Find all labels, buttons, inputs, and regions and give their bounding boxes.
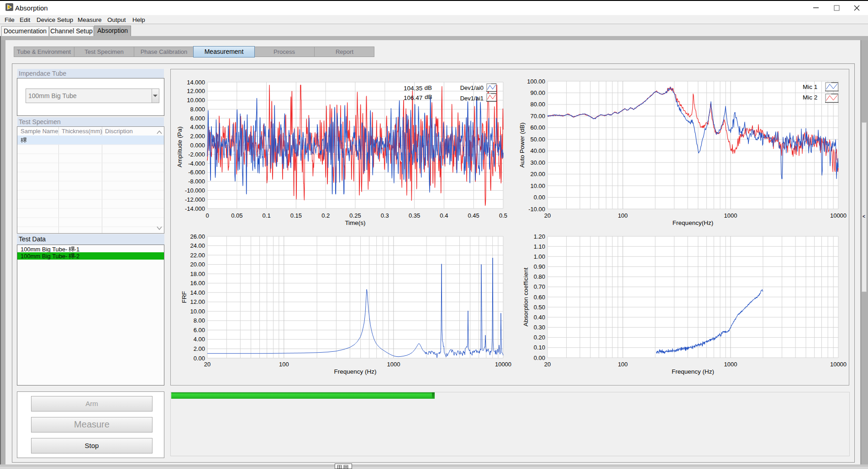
svg-text:104.35: 104.35 bbox=[404, 85, 422, 92]
svg-text:100: 100 bbox=[618, 212, 628, 219]
svg-text:1.10: 1.10 bbox=[534, 243, 545, 250]
svg-text:0.00: 0.00 bbox=[534, 194, 545, 201]
svg-text:20: 20 bbox=[544, 212, 551, 219]
svg-text:6.00: 6.00 bbox=[194, 327, 205, 334]
svg-text:-6.000: -6.000 bbox=[188, 169, 205, 176]
svg-text:24.00: 24.00 bbox=[190, 242, 205, 249]
svg-text:-12.000: -12.000 bbox=[185, 196, 205, 203]
svg-text:26.00: 26.00 bbox=[190, 233, 205, 240]
svg-text:8.00: 8.00 bbox=[194, 317, 205, 324]
svg-text:Frequency (Hz): Frequency (Hz) bbox=[672, 368, 714, 375]
svg-text:-2.000: -2.000 bbox=[188, 151, 205, 158]
svg-text:6.000: 6.000 bbox=[190, 115, 205, 122]
svg-text:10000: 10000 bbox=[830, 212, 847, 219]
svg-text:Dev1/ai1: Dev1/ai1 bbox=[460, 95, 484, 102]
svg-text:1.00: 1.00 bbox=[534, 253, 545, 260]
svg-text:Mic 1: Mic 1 bbox=[803, 83, 817, 90]
svg-text:10000: 10000 bbox=[830, 361, 847, 368]
svg-text:-8.000: -8.000 bbox=[188, 178, 205, 185]
svg-text:Auto Power (dB): Auto Power (dB) bbox=[519, 122, 526, 167]
svg-text:0.80: 0.80 bbox=[534, 273, 545, 280]
svg-text:0.3: 0.3 bbox=[381, 212, 389, 219]
svg-text:10.00: 10.00 bbox=[530, 182, 545, 189]
svg-text:0.2: 0.2 bbox=[321, 212, 330, 219]
svg-text:0: 0 bbox=[205, 212, 209, 219]
svg-text:-10.000: -10.000 bbox=[185, 187, 205, 194]
svg-text:14.00: 14.00 bbox=[190, 289, 205, 296]
svg-text:16.00: 16.00 bbox=[190, 280, 205, 287]
svg-text:10.000: 10.000 bbox=[187, 97, 205, 104]
svg-text:10000: 10000 bbox=[495, 361, 511, 368]
svg-text:30.00: 30.00 bbox=[530, 159, 545, 166]
svg-text:40.00: 40.00 bbox=[530, 147, 545, 154]
svg-text:0.20: 0.20 bbox=[534, 334, 545, 341]
svg-text:0.1: 0.1 bbox=[263, 212, 271, 219]
svg-text:10.00: 10.00 bbox=[190, 308, 205, 315]
svg-text:1000: 1000 bbox=[724, 212, 737, 219]
svg-text:80.00: 80.00 bbox=[530, 101, 545, 108]
svg-text:18.00: 18.00 bbox=[190, 271, 205, 277]
svg-text:0.35: 0.35 bbox=[409, 212, 420, 219]
svg-text:Amplitude (Pa): Amplitude (Pa) bbox=[176, 126, 183, 167]
svg-text:0.10: 0.10 bbox=[534, 344, 545, 351]
svg-text:1000: 1000 bbox=[387, 361, 400, 368]
svg-text:-10.00: -10.00 bbox=[528, 206, 545, 213]
svg-text:-4.000: -4.000 bbox=[188, 160, 205, 167]
svg-text:Frequency (Hz): Frequency (Hz) bbox=[334, 368, 376, 375]
svg-text:0.5: 0.5 bbox=[499, 212, 507, 219]
svg-text:0.60: 0.60 bbox=[534, 294, 545, 301]
svg-text:12.000: 12.000 bbox=[187, 88, 205, 94]
svg-text:20.00: 20.00 bbox=[190, 261, 205, 268]
svg-text:0.4: 0.4 bbox=[440, 212, 448, 219]
svg-text:100: 100 bbox=[618, 361, 628, 368]
svg-text:70.00: 70.00 bbox=[530, 113, 545, 120]
svg-text:0.00: 0.00 bbox=[194, 355, 205, 362]
svg-text:1.20: 1.20 bbox=[534, 233, 545, 240]
svg-text:90.00: 90.00 bbox=[530, 89, 545, 96]
svg-text:-14.000: -14.000 bbox=[185, 205, 205, 212]
svg-text:1000: 1000 bbox=[724, 361, 737, 368]
svg-text:20: 20 bbox=[544, 361, 551, 368]
svg-text:dB: dB bbox=[425, 94, 432, 100]
svg-text:12.00: 12.00 bbox=[190, 298, 205, 305]
svg-text:8.000: 8.000 bbox=[190, 106, 205, 113]
svg-text:14.000: 14.000 bbox=[187, 79, 205, 86]
svg-text:20.00: 20.00 bbox=[530, 171, 545, 177]
svg-text:0.90: 0.90 bbox=[534, 263, 545, 270]
svg-text:60.00: 60.00 bbox=[530, 124, 545, 131]
svg-text:Dev1/ai0: Dev1/ai0 bbox=[460, 84, 484, 91]
svg-text:Frequency(Hz): Frequency(Hz) bbox=[673, 219, 713, 226]
svg-text:0.70: 0.70 bbox=[534, 283, 545, 290]
svg-text:dB: dB bbox=[425, 84, 432, 91]
svg-text:100: 100 bbox=[279, 361, 289, 368]
svg-text:0.15: 0.15 bbox=[290, 212, 302, 219]
svg-text:4.000: 4.000 bbox=[190, 124, 205, 130]
svg-text:2.000: 2.000 bbox=[190, 133, 205, 140]
svg-text:0.000: 0.000 bbox=[190, 142, 205, 149]
svg-text:22.00: 22.00 bbox=[190, 252, 205, 259]
svg-text:Mic 2: Mic 2 bbox=[803, 94, 817, 101]
svg-text:Absorption coefficient: Absorption coefficient bbox=[522, 267, 529, 326]
svg-text:FRF: FRF bbox=[181, 291, 188, 303]
svg-text:106.47: 106.47 bbox=[404, 94, 422, 101]
svg-text:20: 20 bbox=[204, 361, 210, 368]
svg-text:0.45: 0.45 bbox=[468, 212, 479, 219]
svg-text:4.00: 4.00 bbox=[194, 336, 205, 343]
svg-text:2.00: 2.00 bbox=[194, 345, 205, 352]
svg-text:0.50: 0.50 bbox=[534, 304, 545, 311]
svg-text:100.00: 100.00 bbox=[527, 78, 545, 85]
svg-text:0.40: 0.40 bbox=[534, 314, 545, 321]
svg-text:0.30: 0.30 bbox=[534, 324, 545, 331]
svg-text:50.00: 50.00 bbox=[530, 136, 545, 143]
svg-text:0.00: 0.00 bbox=[534, 354, 545, 361]
svg-text:0.05: 0.05 bbox=[231, 212, 242, 219]
svg-text:Time(s): Time(s) bbox=[345, 219, 365, 226]
svg-text:0.25: 0.25 bbox=[349, 212, 361, 219]
